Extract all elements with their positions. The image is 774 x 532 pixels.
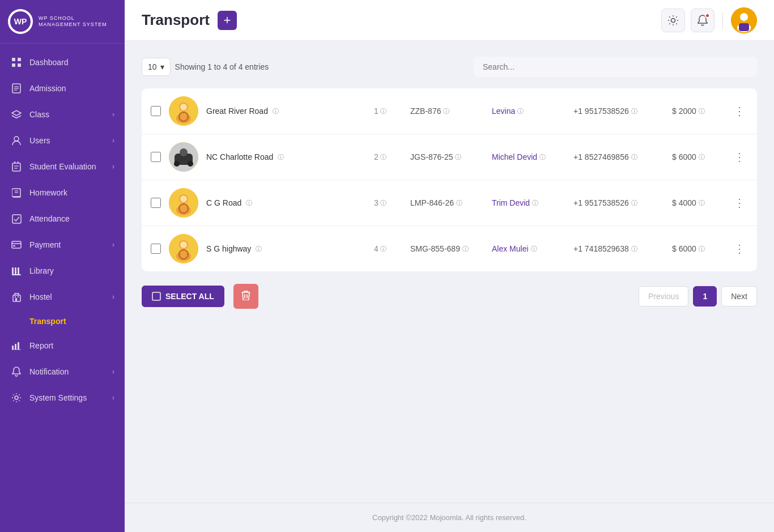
notification-badge	[705, 13, 710, 18]
sidebar-item-label: Hostel	[29, 292, 52, 301]
info-icon[interactable]: ⓘ	[531, 245, 537, 253]
info-icon[interactable]: ⓘ	[443, 107, 449, 116]
sidebar-item-label: Library	[29, 266, 54, 275]
sidebar-item-label: Report	[29, 341, 53, 350]
svg-rect-26	[15, 296, 16, 297]
row-road-1: Great River Road ⓘ	[206, 107, 366, 116]
info-icon[interactable]: ⓘ	[699, 245, 705, 253]
row-num-3: 3 ⓘ	[374, 198, 402, 207]
sidebar-item-payment[interactable]: Payment ›	[0, 232, 125, 258]
search-input[interactable]	[474, 57, 757, 77]
sidebar-item-attendance[interactable]: Attendance	[0, 206, 125, 232]
chevron-right-icon: ›	[112, 241, 114, 249]
sidebar-item-admission[interactable]: Admission	[0, 75, 125, 101]
row-driver-1: Levina ⓘ	[492, 107, 565, 116]
info-icon[interactable]: ⓘ	[456, 199, 462, 207]
row-plate-1: ZZB-876 ⓘ	[410, 107, 484, 116]
sidebar-item-label: Attendance	[29, 214, 70, 223]
row-actions-menu-4[interactable]: ⋮	[731, 242, 748, 256]
sidebar-item-system-settings[interactable]: System Settings ›	[0, 385, 125, 411]
svg-rect-30	[18, 342, 19, 350]
svg-rect-4	[12, 63, 15, 67]
row-phone-2: +1 8527469856 ⓘ	[573, 152, 664, 161]
page-1-button[interactable]: 1	[693, 286, 717, 307]
info-icon[interactable]: ⓘ	[380, 107, 386, 116]
row-road-4: S G highway ⓘ	[206, 244, 366, 253]
entries-count-select[interactable]: 10 ▾	[142, 58, 171, 76]
info-icon[interactable]: ⓘ	[380, 199, 386, 207]
info-icon[interactable]: ⓘ	[631, 245, 637, 253]
info-icon[interactable]: ⓘ	[273, 107, 279, 116]
info-icon[interactable]: ⓘ	[246, 199, 252, 207]
sidebar-item-hostel[interactable]: Hostel ›	[0, 284, 125, 310]
transport-table: Great River Road ⓘ 1 ⓘ ZZB-876 ⓘ Levina …	[142, 88, 757, 271]
svg-point-32	[15, 396, 18, 399]
info-icon[interactable]: ⓘ	[455, 153, 461, 161]
row-avatar-3	[169, 188, 198, 218]
info-icon[interactable]: ⓘ	[517, 107, 524, 116]
sidebar-nav: Dashboard Admission Class ›	[0, 44, 125, 532]
row-road-2: NC Charlotte Road ⓘ	[206, 152, 366, 161]
info-icon[interactable]: ⓘ	[631, 107, 637, 116]
chevron-right-icon: ›	[112, 293, 114, 301]
sidebar-item-homework[interactable]: Homework	[0, 180, 125, 206]
info-icon[interactable]: ⓘ	[699, 199, 705, 207]
info-icon[interactable]: ⓘ	[539, 153, 546, 161]
main-content: 10 ▾ Showing 1 to 4 of 4 entries	[125, 41, 774, 503]
info-icon[interactable]: ⓘ	[631, 153, 637, 161]
sidebar-item-transport[interactable]: Transport	[0, 310, 125, 333]
svg-rect-23	[12, 274, 21, 275]
svg-point-41	[180, 104, 187, 110]
sidebar-item-class[interactable]: Class ›	[0, 101, 125, 127]
chevron-right-icon: ›	[112, 110, 114, 118]
info-icon[interactable]: ⓘ	[532, 199, 538, 207]
add-transport-button[interactable]: +	[218, 11, 237, 30]
bell-icon	[10, 365, 23, 378]
check-square-icon	[10, 212, 23, 225]
sidebar-item-student-evaluation[interactable]: Student Evaluation ›	[0, 154, 125, 180]
sidebar-item-users[interactable]: Users ›	[0, 127, 125, 154]
sidebar-item-library[interactable]: Library	[0, 258, 125, 284]
svg-point-53	[176, 205, 191, 215]
row-checkbox-2[interactable]	[151, 152, 161, 162]
info-icon[interactable]: ⓘ	[462, 245, 469, 253]
chevron-right-icon: ›	[112, 394, 114, 402]
svg-point-35	[740, 13, 748, 21]
sidebar-item-report[interactable]: Report	[0, 333, 125, 359]
row-checkbox-4[interactable]	[151, 244, 161, 254]
sidebar-item-notification[interactable]: Notification ›	[0, 359, 125, 385]
svg-rect-29	[15, 344, 16, 350]
select-all-checkbox-icon	[152, 292, 161, 301]
row-actions-menu-2[interactable]: ⋮	[731, 150, 748, 164]
info-icon[interactable]: ⓘ	[631, 199, 637, 207]
next-page-button[interactable]: Next	[721, 286, 757, 307]
settings-button[interactable]	[661, 8, 685, 32]
page-title: Transport	[142, 11, 210, 29]
info-icon[interactable]: ⓘ	[256, 245, 262, 253]
delete-button[interactable]	[233, 284, 258, 309]
info-icon[interactable]: ⓘ	[699, 107, 705, 116]
sidebar-item-label: Homework	[29, 188, 67, 197]
svg-rect-20	[12, 267, 14, 275]
previous-page-button[interactable]: Previous	[639, 286, 688, 307]
info-icon[interactable]: ⓘ	[380, 245, 386, 253]
trash-icon	[241, 290, 250, 300]
info-icon[interactable]: ⓘ	[699, 153, 705, 161]
user-avatar[interactable]	[731, 7, 757, 33]
notification-button[interactable]	[691, 8, 715, 32]
row-checkbox-3[interactable]	[151, 198, 161, 208]
sidebar-logo: WP WP SCHOOL MANAGEMENT SYSTEM	[0, 0, 125, 44]
info-icon[interactable]: ⓘ	[380, 153, 386, 161]
sidebar-item-dashboard[interactable]: Dashboard	[0, 49, 125, 75]
info-icon[interactable]: ⓘ	[278, 153, 284, 161]
svg-rect-11	[12, 163, 20, 171]
row-driver-4: Alex Mulei ⓘ	[492, 244, 565, 253]
row-actions-menu-1[interactable]: ⋮	[731, 104, 748, 118]
row-checkbox-1[interactable]	[151, 106, 161, 116]
row-phone-3: +1 9517538526 ⓘ	[573, 198, 664, 207]
svg-rect-19	[13, 245, 15, 246]
row-num-4: 4 ⓘ	[374, 244, 402, 253]
select-all-button[interactable]: SELECT ALL	[142, 286, 224, 307]
row-actions-menu-3[interactable]: ⋮	[731, 196, 748, 210]
row-fee-3: $ 4000 ⓘ	[672, 198, 723, 207]
